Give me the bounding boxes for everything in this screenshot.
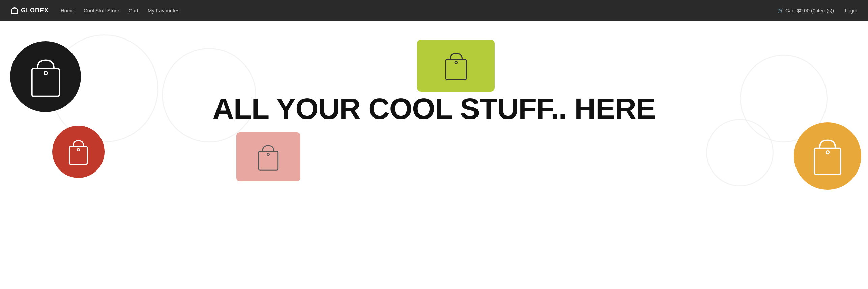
svg-rect-3 [69, 147, 87, 164]
cart-label: Cart [785, 8, 795, 14]
svg-point-10 [826, 151, 829, 154]
svg-rect-5 [446, 59, 466, 80]
nav-right: 🛒 Cart $0.00 (0 item(s)) Login [778, 8, 857, 14]
cart-amount: $0.00 (0 item(s)) [797, 8, 834, 14]
svg-rect-7 [259, 151, 278, 170]
bag-icon-red [60, 133, 97, 170]
nav-link-cart[interactable]: Cart [129, 8, 138, 14]
deco-red-circle [52, 126, 105, 178]
nav-left: GLOBEX Home Cool Stuff Store Cart My Fav… [11, 7, 179, 14]
nav-link-store[interactable]: Cool Stuff Store [84, 8, 119, 14]
cart-icon: 🛒 [778, 8, 783, 13]
svg-rect-1 [32, 69, 59, 96]
svg-rect-9 [814, 148, 841, 175]
bag-icon-green [429, 47, 483, 84]
deco-orange-circle [794, 122, 861, 190]
deco-pink-rect [236, 132, 300, 181]
cart-info[interactable]: 🛒 Cart $0.00 (0 item(s)) [778, 8, 834, 14]
nav-links: Home Cool Stuff Store Cart My Favourites [61, 8, 179, 14]
navigation: GLOBEX Home Cool Stuff Store Cart My Fav… [0, 0, 868, 21]
svg-point-4 [77, 149, 80, 151]
deco-black-circle [10, 41, 81, 112]
bg-ghost-circle-4 [706, 119, 774, 186]
login-link[interactable]: Login [845, 8, 857, 14]
logo-icon [11, 7, 18, 14]
deco-green-rect [417, 40, 495, 92]
nav-link-favourites[interactable]: My Favourites [148, 8, 179, 14]
svg-point-8 [267, 153, 269, 155]
bag-icon-pink [246, 140, 291, 174]
bag-icon-orange [804, 132, 851, 180]
logo-text: GLOBEX [21, 7, 49, 14]
svg-point-2 [44, 71, 47, 75]
hero-headline: ALL YOUR COOL STUFF.. HERE [212, 94, 656, 124]
bag-icon-black [21, 52, 70, 102]
nav-link-home[interactable]: Home [61, 8, 74, 14]
hero-section: ALL YOUR COOL STUFF.. HERE [0, 21, 868, 196]
logo[interactable]: GLOBEX [11, 7, 49, 14]
svg-point-6 [455, 61, 457, 64]
